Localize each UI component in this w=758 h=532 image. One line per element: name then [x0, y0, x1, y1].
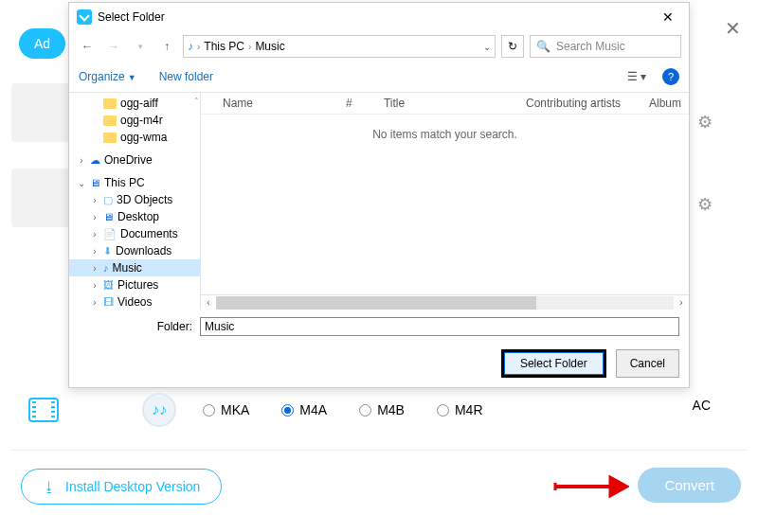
- chevron-right-icon[interactable]: ›: [90, 263, 99, 274]
- column-contributing-artists[interactable]: Contributing artists: [526, 97, 630, 110]
- dialog-title: Select Folder: [98, 10, 165, 24]
- tree-item-pictures[interactable]: ›🖼Pictures: [69, 276, 200, 293]
- download-icon: ⭳: [43, 479, 56, 494]
- chevron-down-icon[interactable]: ⌄: [483, 42, 491, 52]
- chevron-down-icon[interactable]: ⌄: [77, 178, 86, 188]
- back-icon[interactable]: ←: [77, 36, 98, 57]
- select-folder-dialog: Select Folder ✕ ← → ▾ ↑ ♪ › This PC › Mu…: [68, 2, 690, 388]
- chevron-right-icon[interactable]: ›: [90, 195, 99, 205]
- folder-icon: [103, 98, 117, 109]
- tree-item-ogg-m4r[interactable]: ›ogg-m4r: [69, 112, 200, 129]
- chevron-right-icon[interactable]: ›: [90, 212, 99, 222]
- search-placeholder: Search Music: [556, 40, 625, 53]
- select-folder-button[interactable]: Select Folder: [501, 349, 606, 378]
- tree-item-ogg-wma[interactable]: ›ogg-wma: [69, 129, 200, 146]
- folder-tree[interactable]: ›ogg-aiff ›ogg-m4r ›ogg-wma ›☁OneDrive ⌄…: [69, 93, 201, 310]
- tree-item-onedrive[interactable]: ›☁OneDrive: [69, 151, 200, 168]
- video-icon[interactable]: [28, 398, 59, 422]
- radio-mka[interactable]: MKA: [203, 402, 249, 417]
- column-headers[interactable]: ˄ Name # Title Contributing artists Albu…: [201, 93, 689, 115]
- format-row: ♪♪ MKA M4A M4B M4R: [28, 393, 730, 427]
- close-icon[interactable]: ✕: [725, 17, 741, 40]
- navbar: ← → ▾ ↑ ♪ › This PC › Music ⌄ ↻ 🔍 Search…: [69, 31, 689, 62]
- add-button[interactable]: Ad: [19, 28, 65, 59]
- folder-input-row: Folder:: [69, 310, 689, 344]
- scroll-right-icon[interactable]: ›: [674, 297, 689, 308]
- chevron-down-icon: ▼: [128, 73, 136, 82]
- gear-icon[interactable]: ⚙: [697, 112, 713, 133]
- pictures-icon: 🖼: [103, 279, 114, 291]
- audio-icon[interactable]: ♪♪: [142, 393, 176, 427]
- objects-icon: ▢: [103, 194, 113, 206]
- empty-message: No items match your search.: [201, 115, 689, 154]
- divider: [11, 450, 747, 451]
- folder-icon: [103, 115, 117, 126]
- toolbar: Organize▼ New folder ☰ ▾ ?: [69, 62, 689, 93]
- install-desktop-button[interactable]: ⭳ Install Desktop Version: [21, 469, 222, 505]
- desktop-icon: 🖥: [103, 211, 114, 222]
- downloads-icon: ⬇: [103, 245, 112, 257]
- titlebar: Select Folder ✕: [69, 3, 689, 31]
- scroll-left-icon[interactable]: ‹: [201, 297, 216, 308]
- new-folder-button[interactable]: New folder: [159, 70, 213, 83]
- search-input[interactable]: 🔍 Search Music: [530, 35, 681, 58]
- help-icon[interactable]: ?: [662, 68, 679, 85]
- file-list: ˄ Name # Title Contributing artists Albu…: [201, 93, 689, 310]
- radio-m4r[interactable]: M4R: [437, 402, 483, 417]
- dialog-actions: Select Folder Cancel: [69, 344, 689, 387]
- ac-label: AC: [693, 398, 711, 413]
- forward-icon: →: [103, 36, 124, 57]
- column-title[interactable]: Title: [384, 97, 507, 110]
- cloud-icon: ☁: [90, 154, 100, 167]
- scrollbar-track[interactable]: [216, 296, 674, 310]
- documents-icon: 📄: [103, 228, 117, 240]
- music-icon: ♪: [103, 262, 109, 274]
- sort-indicator-icon: ˄: [194, 97, 204, 110]
- folder-icon: [103, 133, 117, 143]
- chevron-right-icon[interactable]: ›: [90, 246, 99, 257]
- radio-m4a[interactable]: M4A: [281, 402, 327, 417]
- breadcrumb-music[interactable]: Music: [255, 40, 284, 53]
- chevron-right-icon[interactable]: ›: [90, 280, 99, 291]
- folder-label: Folder:: [79, 320, 192, 333]
- radio-m4b[interactable]: M4B: [359, 402, 405, 417]
- media-card: [11, 83, 70, 142]
- pc-icon: 🖥: [90, 177, 100, 188]
- tree-item-3d-objects[interactable]: ›▢3D Objects: [69, 191, 200, 208]
- horizontal-scrollbar[interactable]: ‹ ›: [201, 294, 689, 310]
- media-card: [11, 168, 70, 227]
- tree-item-videos[interactable]: ›🎞Videos: [69, 293, 200, 310]
- tree-item-ogg-aiff[interactable]: ›ogg-aiff: [69, 95, 200, 112]
- tree-item-documents[interactable]: ›📄Documents: [69, 225, 200, 242]
- breadcrumb-this-pc[interactable]: This PC: [204, 40, 244, 53]
- organize-menu[interactable]: Organize▼: [79, 70, 136, 83]
- chevron-right-icon[interactable]: ›: [77, 155, 86, 166]
- column-name[interactable]: Name: [223, 97, 327, 110]
- column-album[interactable]: Album: [649, 97, 681, 110]
- refresh-icon[interactable]: ↻: [501, 35, 524, 58]
- music-icon: ♪: [188, 40, 193, 53]
- column-number[interactable]: #: [346, 97, 365, 110]
- recent-dropdown-icon[interactable]: ▾: [130, 36, 151, 57]
- tree-item-downloads[interactable]: ›⬇Downloads: [69, 242, 200, 259]
- tree-item-this-pc[interactable]: ⌄🖥This PC: [69, 174, 200, 191]
- chevron-right-icon[interactable]: ›: [90, 229, 99, 239]
- tree-item-desktop[interactable]: ›🖥Desktop: [69, 208, 200, 225]
- up-icon[interactable]: ↑: [156, 36, 177, 57]
- scrollbar-thumb[interactable]: [216, 296, 536, 310]
- chevron-right-icon[interactable]: ›: [197, 42, 200, 52]
- tree-item-music[interactable]: ›♪Music: [69, 259, 200, 276]
- chevron-right-icon[interactable]: ›: [90, 297, 99, 308]
- chevron-right-icon[interactable]: ›: [248, 42, 251, 52]
- arrow-annotation-icon: [553, 473, 629, 500]
- convert-button[interactable]: Convert: [638, 468, 741, 503]
- close-icon[interactable]: ✕: [655, 8, 681, 27]
- cancel-button[interactable]: Cancel: [616, 349, 679, 378]
- breadcrumb[interactable]: ♪ › This PC › Music ⌄: [183, 35, 496, 58]
- view-menu[interactable]: ☰ ▾: [621, 67, 653, 86]
- app-icon: [77, 9, 92, 25]
- videos-icon: 🎞: [103, 296, 114, 308]
- gear-icon[interactable]: ⚙: [697, 194, 713, 215]
- search-icon: 🔍: [536, 40, 550, 53]
- folder-input[interactable]: [200, 317, 679, 336]
